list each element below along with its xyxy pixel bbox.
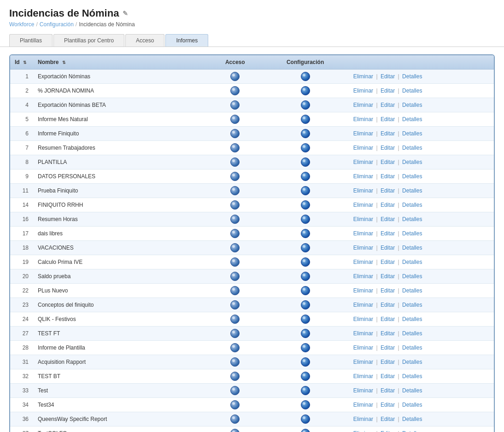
acceso-icon[interactable] xyxy=(230,329,240,338)
editar-link[interactable]: Editar xyxy=(381,359,395,365)
eliminar-link[interactable]: Eliminar xyxy=(353,216,373,222)
cell-acceso[interactable] xyxy=(208,198,262,212)
detalles-link[interactable]: Detalles xyxy=(402,173,422,180)
detalles-link[interactable]: Detalles xyxy=(402,416,422,422)
configuracion-icon[interactable] xyxy=(301,215,310,224)
eliminar-link[interactable]: Eliminar xyxy=(353,245,373,251)
acceso-icon[interactable] xyxy=(230,115,240,124)
eliminar-link[interactable]: Eliminar xyxy=(353,159,373,165)
detalles-link[interactable]: Detalles xyxy=(402,145,422,151)
cell-configuracion[interactable] xyxy=(262,398,348,412)
detalles-link[interactable]: Detalles xyxy=(402,387,422,394)
editar-link[interactable]: Editar xyxy=(381,73,395,80)
cell-configuracion[interactable] xyxy=(262,155,348,169)
acceso-icon[interactable] xyxy=(230,400,240,409)
eliminar-link[interactable]: Eliminar xyxy=(353,73,373,80)
editar-link[interactable]: Editar xyxy=(381,287,395,294)
detalles-link[interactable]: Detalles xyxy=(402,159,422,165)
breadcrumb-workforce[interactable]: Workforce xyxy=(9,21,34,28)
cell-acceso[interactable] xyxy=(208,241,262,255)
eliminar-link[interactable]: Eliminar xyxy=(353,130,373,137)
editar-link[interactable]: Editar xyxy=(381,273,395,280)
detalles-link[interactable]: Detalles xyxy=(402,88,422,94)
col-header-nombre[interactable]: Nombre ⇅ xyxy=(33,55,208,70)
editar-link[interactable]: Editar xyxy=(381,102,395,108)
tab-plantillas-centro[interactable]: Plantillas por Centro xyxy=(53,34,124,47)
eliminar-link[interactable]: Eliminar xyxy=(353,416,373,422)
eliminar-link[interactable]: Eliminar xyxy=(353,116,373,123)
cell-acceso[interactable] xyxy=(208,255,262,269)
configuracion-icon[interactable] xyxy=(301,272,310,281)
detalles-link[interactable]: Detalles xyxy=(402,330,422,337)
configuracion-icon[interactable] xyxy=(301,286,310,295)
configuracion-icon[interactable] xyxy=(301,386,310,395)
cell-acceso[interactable] xyxy=(208,398,262,412)
editar-link[interactable]: Editar xyxy=(381,344,395,351)
cell-acceso[interactable] xyxy=(208,384,262,398)
eliminar-link[interactable]: Eliminar xyxy=(353,344,373,351)
cell-configuracion[interactable] xyxy=(262,284,348,298)
cell-acceso[interactable] xyxy=(208,312,262,327)
editar-link[interactable]: Editar xyxy=(381,430,395,432)
configuracion-icon[interactable] xyxy=(301,129,310,138)
eliminar-link[interactable]: Eliminar xyxy=(353,273,373,280)
editar-link[interactable]: Editar xyxy=(381,159,395,165)
acceso-icon[interactable] xyxy=(230,229,240,238)
configuracion-icon[interactable] xyxy=(301,172,310,181)
detalles-link[interactable]: Detalles xyxy=(402,402,422,408)
cell-acceso[interactable] xyxy=(208,84,262,98)
cell-configuracion[interactable] xyxy=(262,369,348,384)
editar-link[interactable]: Editar xyxy=(381,187,395,194)
detalles-link[interactable]: Detalles xyxy=(402,245,422,251)
editar-link[interactable]: Editar xyxy=(381,402,395,408)
cell-acceso[interactable] xyxy=(208,369,262,384)
edit-icon[interactable]: ✎ xyxy=(123,10,128,17)
cell-acceso[interactable] xyxy=(208,426,262,432)
eliminar-link[interactable]: Eliminar xyxy=(353,173,373,180)
editar-link[interactable]: Editar xyxy=(381,387,395,394)
eliminar-link[interactable]: Eliminar xyxy=(353,302,373,308)
acceso-icon[interactable] xyxy=(230,186,240,195)
configuracion-icon[interactable] xyxy=(301,343,310,352)
configuracion-icon[interactable] xyxy=(301,200,310,210)
eliminar-link[interactable]: Eliminar xyxy=(353,145,373,151)
tab-plantillas[interactable]: Plantillas xyxy=(9,34,53,47)
acceso-icon[interactable] xyxy=(230,243,240,252)
detalles-link[interactable]: Detalles xyxy=(402,344,422,351)
acceso-icon[interactable] xyxy=(230,158,240,167)
detalles-link[interactable]: Detalles xyxy=(402,230,422,237)
acceso-icon[interactable] xyxy=(230,372,240,381)
configuracion-icon[interactable] xyxy=(301,400,310,409)
detalles-link[interactable]: Detalles xyxy=(402,216,422,222)
cell-configuracion[interactable] xyxy=(262,327,348,341)
detalles-link[interactable]: Detalles xyxy=(402,259,422,265)
editar-link[interactable]: Editar xyxy=(381,373,395,379)
col-header-id[interactable]: Id ⇅ xyxy=(10,55,33,70)
cell-configuracion[interactable] xyxy=(262,141,348,155)
configuracion-icon[interactable] xyxy=(301,243,310,252)
editar-link[interactable]: Editar xyxy=(381,245,395,251)
eliminar-link[interactable]: Eliminar xyxy=(353,373,373,379)
acceso-icon[interactable] xyxy=(230,300,240,309)
acceso-icon[interactable] xyxy=(230,257,240,267)
cell-acceso[interactable] xyxy=(208,212,262,227)
cell-configuracion[interactable] xyxy=(262,426,348,432)
cell-acceso[interactable] xyxy=(208,141,262,155)
detalles-link[interactable]: Detalles xyxy=(402,302,422,308)
configuracion-icon[interactable] xyxy=(301,115,310,124)
cell-configuracion[interactable] xyxy=(262,98,348,112)
eliminar-link[interactable]: Eliminar xyxy=(353,287,373,294)
tab-informes[interactable]: Informes xyxy=(165,34,208,47)
acceso-icon[interactable] xyxy=(230,100,240,110)
acceso-icon[interactable] xyxy=(230,129,240,138)
configuracion-icon[interactable] xyxy=(301,357,310,367)
configuracion-icon[interactable] xyxy=(301,86,310,95)
eliminar-link[interactable]: Eliminar xyxy=(353,402,373,408)
cell-acceso[interactable] xyxy=(208,112,262,127)
cell-acceso[interactable] xyxy=(208,298,262,312)
cell-acceso[interactable] xyxy=(208,269,262,284)
configuracion-icon[interactable] xyxy=(301,329,310,338)
detalles-link[interactable]: Detalles xyxy=(402,273,422,280)
cell-configuracion[interactable] xyxy=(262,70,348,84)
acceso-icon[interactable] xyxy=(230,357,240,367)
